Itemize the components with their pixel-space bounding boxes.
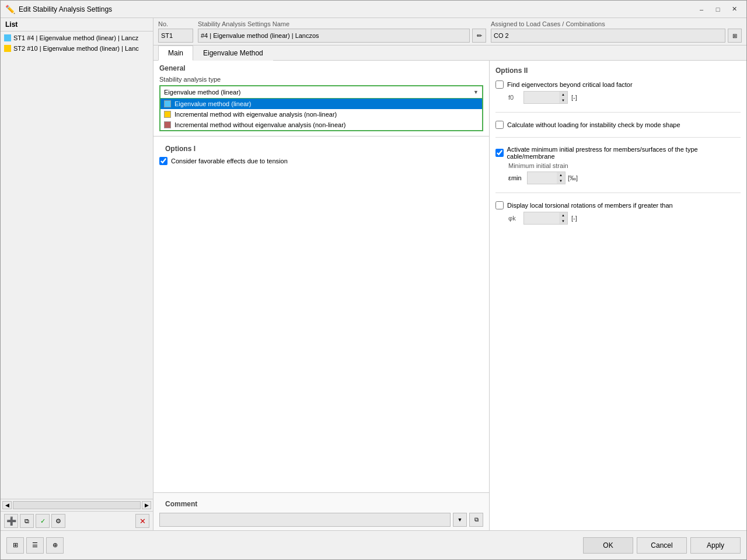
name-label: Stability Analysis Settings Name [198,20,486,27]
calculate-loading-label: Calculate without loading for instabilit… [507,121,680,128]
find-eigenvectors-label: Find eigenvectors beyond critical load f… [507,81,633,88]
torsional-label: Display local torsional rotations of mem… [507,202,673,209]
copy-icon: ⧉ [25,517,29,525]
comment-input-wrap: ▼ ⧉ [159,513,483,527]
minimize-button[interactable]: – [694,4,709,15]
list-item-text-2: ST2 #10 | Eigenvalue method (linear) | L… [13,45,139,52]
consider-tension-label: Consider favorable effects due to tensio… [171,158,288,164]
phi-spin-down[interactable]: ▼ [559,218,567,224]
close-button[interactable]: ✕ [727,4,742,15]
name-edit-button[interactable]: ✏ [472,29,486,43]
phi-spin-arrows: ▲ ▼ [559,212,567,224]
content-left: General Stability analysis type Eigenval… [153,61,490,530]
maximize-button[interactable]: □ [710,4,725,15]
stability-type-dropdown[interactable]: Eigenvalue method (linear) ▼ Eigenvalue … [159,85,483,131]
find-eigenvectors-option: Find eigenvectors beyond critical load f… [495,80,741,104]
comment-input[interactable] [159,513,451,527]
list-item[interactable]: ST1 #4 | Eigenvalue method (linear) | La… [1,33,153,43]
delete-btn[interactable]: ✕ [135,514,149,528]
emin-input-field: 0.01 ▲ ▼ [527,172,566,184]
phi-label: φk [508,215,520,222]
list-item[interactable]: ST2 #10 | Eigenvalue method (linear) | L… [1,43,153,54]
copy-icon: ⧉ [474,516,479,523]
tab-bar: Main Eigenvalue Method [153,46,746,61]
filter-button[interactable]: ⊕ [46,537,64,554]
calculate-loading-row: Calculate without loading for instabilit… [495,121,741,129]
comment-dropdown-button[interactable]: ▼ [453,513,467,527]
add-btn[interactable]: ➕ [4,514,18,528]
content-right: Options II Find eigenvectors beyond crit… [490,61,746,530]
left-panel-toolbar: ➕ ⧉ ✓ ⚙ ✕ [1,511,153,530]
consider-tension-checkbox[interactable] [159,157,167,165]
name-input[interactable] [198,29,470,43]
bottom-bar: ⊞ ☰ ⊕ OK Cancel Apply [1,530,746,559]
dropdown-option-1[interactable]: Eigenvalue method (linear) [160,99,482,109]
content-spacer [153,172,489,492]
emin-spin-arrows: ▲ ▼ [557,172,565,184]
option-label-3: Incremental method without eigenvalue an… [174,121,346,128]
activate-prestress-checkbox[interactable] [495,149,504,157]
assigned-input-wrap: ⊞ [491,29,742,43]
list-header: List [1,18,153,32]
f0-spin-up[interactable]: ▲ [559,92,567,97]
activate-prestress-option: Activate minimum initial prestress for m… [495,146,741,184]
grid-button[interactable]: ⊞ [6,537,24,554]
list-icon: ☰ [32,541,38,549]
option-color-2 [164,111,171,118]
f0-spin-down[interactable]: ▼ [559,97,567,103]
tab-eigenvalue[interactable]: Eigenvalue Method [193,46,273,61]
calculate-loading-checkbox[interactable] [495,121,504,129]
phi-input[interactable] [524,212,559,224]
torsional-checkbox[interactable] [495,201,504,209]
emin-input[interactable]: 0.01 [528,172,557,184]
no-input[interactable] [158,29,193,43]
divider-3 [495,192,741,193]
emin-spin-up[interactable]: ▲ [557,172,565,178]
table-icon: ⊞ [732,33,737,39]
dropdown-selected[interactable]: Eigenvalue method (linear) ▼ [159,85,483,99]
torsional-option: Display local torsional rotations of mem… [495,201,741,225]
options-ii-title: Options II [495,66,741,75]
consider-tension-row: Consider favorable effects due to tensio… [159,155,483,167]
ok-button[interactable]: OK [583,537,633,554]
phi-unit: [-] [571,215,577,222]
list-button[interactable]: ☰ [26,537,44,554]
dropdown-option-3[interactable]: Incremental method without eigenvalue an… [160,120,482,130]
emin-spin-down[interactable]: ▼ [557,178,565,184]
delete-icon: ✕ [139,517,146,526]
header-no-cell: No. [158,20,193,43]
list-item-color-2 [4,45,11,52]
left-panel: List ST1 #4 | Eigenvalue method (linear)… [1,18,153,530]
check-btn[interactable]: ✓ [36,514,50,528]
grid-icon: ⊞ [13,541,18,549]
horizontal-scrollbar[interactable] [13,501,141,509]
assigned-input[interactable] [491,29,725,43]
header-row: No. Stability Analysis Settings Name ✏ [153,18,746,46]
cancel-button[interactable]: Cancel [637,537,687,554]
list-item-text-1: ST1 #4 | Eigenvalue method (linear) | La… [13,34,138,41]
emin-unit: [‰] [568,174,578,181]
f0-input[interactable] [524,92,559,103]
dropdown-option-2[interactable]: Incremental method with eigenvalue analy… [160,109,482,120]
apply-button[interactable]: Apply [690,537,741,554]
settings-btn[interactable]: ⚙ [51,514,65,528]
general-title: General [153,61,489,75]
divider-1 [495,112,741,113]
window-title: Edit Stability Analysis Settings [19,5,694,13]
tab-main[interactable]: Main [158,46,193,61]
scroll-right-btn[interactable]: ▶ [142,501,151,509]
phi-input-field: ▲ ▼ [523,212,568,225]
assigned-table-button[interactable]: ⊞ [728,29,742,43]
chevron-down-icon: ▼ [458,517,463,523]
find-eigenvectors-checkbox[interactable] [495,80,504,89]
comment-copy-button[interactable]: ⧉ [469,513,483,527]
comment-section: Comment ▼ ⧉ [153,492,489,530]
stability-type-label: Stability analysis type [153,75,489,85]
dropdown-selected-text: Eigenvalue method (linear) [164,89,240,96]
f0-label: f0 [508,94,520,101]
phi-spin-up[interactable]: ▲ [559,212,567,218]
copy-btn[interactable]: ⧉ [20,514,34,528]
scroll-left-btn[interactable]: ◀ [2,501,12,509]
content-split: General Stability analysis type Eigenval… [153,61,746,530]
f0-spin-arrows: ▲ ▼ [559,92,567,103]
